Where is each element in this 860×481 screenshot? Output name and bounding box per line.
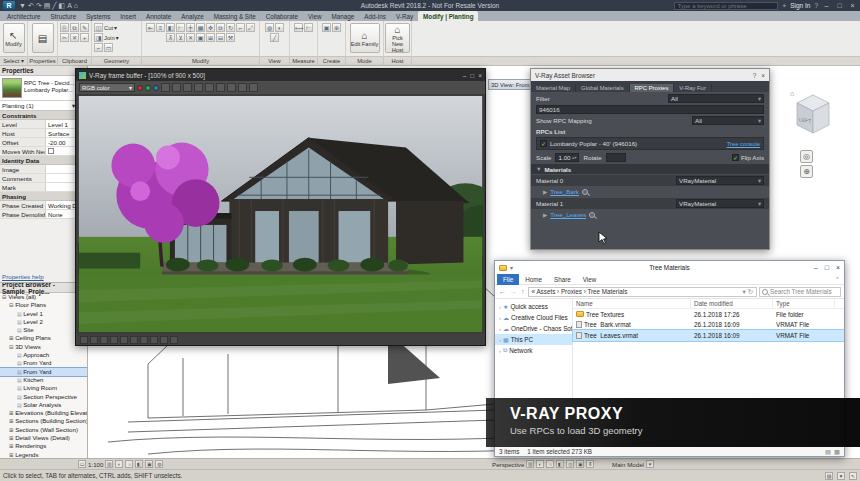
tree-item-elevations[interactable]: Elevations (Building Elevation) bbox=[0, 409, 87, 417]
blue-channel-icon[interactable] bbox=[153, 85, 159, 91]
pin-element-icon[interactable]: ⊼ bbox=[166, 33, 175, 42]
clear-image-icon[interactable] bbox=[172, 83, 181, 92]
join-geometry-button[interactable]: ◨Join▾ bbox=[93, 33, 140, 42]
column-date-modified[interactable]: Date modified bbox=[691, 299, 773, 308]
ribbon-expand-icon[interactable]: ⌃ bbox=[835, 276, 844, 283]
close-button[interactable]: × bbox=[848, 2, 857, 9]
tree-item-legends[interactable]: Legends bbox=[0, 451, 87, 458]
green-channel-icon[interactable] bbox=[145, 85, 151, 91]
tab-systems[interactable]: Systems bbox=[81, 11, 115, 21]
file-row-tree-textures[interactable]: Tree Textures 26.1.2018 17:26 File folde… bbox=[573, 309, 844, 320]
tab-manage[interactable]: Manage bbox=[326, 11, 359, 21]
help-icon[interactable]: ? bbox=[753, 72, 757, 79]
explorer-title-bar[interactable]: ▾ Tree Materials –□× bbox=[495, 261, 844, 274]
rotate-icon[interactable]: ↻ bbox=[226, 23, 235, 32]
delete-icon[interactable]: ✕ bbox=[70, 33, 79, 42]
rpc-enabled-checkbox[interactable]: ✓ bbox=[540, 140, 547, 147]
paste-icon[interactable]: ⎘ bbox=[60, 23, 69, 32]
pin-icon[interactable]: + bbox=[80, 33, 89, 42]
tree-bark-link[interactable]: Tree_Bark bbox=[550, 188, 579, 195]
demolish-icon[interactable]: ⚒ bbox=[226, 33, 235, 42]
tree-item-ceiling-plans[interactable]: Ceiling Plans bbox=[0, 334, 87, 342]
up-icon[interactable]: ↑ bbox=[520, 288, 526, 295]
expand-arrow-icon[interactable]: ▶ bbox=[543, 189, 547, 195]
pan-icon[interactable] bbox=[120, 336, 128, 344]
maximize-icon[interactable]: □ bbox=[470, 72, 474, 79]
tree-item-level-2[interactable]: Level 2 bbox=[0, 318, 87, 326]
tab-view[interactable]: View bbox=[303, 11, 327, 21]
join-icon[interactable]: ⊞ bbox=[206, 33, 215, 42]
wall-joins-icon[interactable]: ⊟ bbox=[216, 33, 225, 42]
beam-icon[interactable]: ⌐ bbox=[94, 43, 103, 52]
hide-icon[interactable]: ◍ bbox=[265, 23, 274, 32]
sidebar-quick-access[interactable]: ★Quick access bbox=[495, 301, 572, 312]
sidebar-onedrive[interactable]: ☁OneDrive - Chaos Software bbox=[495, 323, 572, 334]
tab-insert[interactable]: Insert bbox=[115, 11, 141, 21]
revit-logo-icon[interactable]: R bbox=[3, 1, 15, 10]
group-icon[interactable]: ▣ bbox=[196, 33, 205, 42]
tree-item-approach[interactable]: Approach bbox=[0, 351, 87, 359]
minimize-icon[interactable]: – bbox=[814, 264, 818, 271]
hide-elements-icon[interactable]: ◍ bbox=[155, 460, 163, 468]
preview-magnifier-icon[interactable] bbox=[589, 212, 595, 218]
create-similar-icon[interactable]: ⊕ bbox=[332, 23, 341, 32]
lock-view-icon[interactable]: ⊼ bbox=[586, 460, 594, 468]
tab-rpc-proxies[interactable]: RPC Proxies bbox=[630, 84, 675, 92]
tag-icon[interactable]: ◧ bbox=[59, 2, 66, 10]
tab-architecture[interactable]: Architecture bbox=[2, 11, 46, 21]
undo-icon[interactable]: ↶ bbox=[28, 2, 34, 10]
properties-button[interactable]: ▤ bbox=[32, 23, 54, 53]
maximize-icon[interactable]: □ bbox=[825, 264, 829, 271]
shadows-icon[interactable]: ◧ bbox=[135, 460, 143, 468]
asset-browser-title-bar[interactable]: V-Ray Asset Browser ?× bbox=[531, 69, 769, 81]
menu-home[interactable]: Home bbox=[519, 275, 548, 284]
show-corrections-icon[interactable] bbox=[150, 336, 158, 344]
visual-style-icon[interactable]: ◐ bbox=[536, 460, 544, 468]
copy-icon[interactable]: ⧉ bbox=[70, 23, 79, 32]
tree-item-kitchen[interactable]: Kitchen bbox=[0, 376, 87, 384]
binoculars-icon[interactable]: ⌖ bbox=[782, 2, 786, 10]
tree-item-from-yard-active[interactable]: From Yard bbox=[0, 368, 87, 376]
file-row-tree-bark[interactable]: Tree_Bark.vrmat 26.1.2018 16:09 VRMAT Fi… bbox=[573, 320, 844, 331]
tab-annotate[interactable]: Annotate bbox=[141, 11, 176, 21]
column-type[interactable]: Type bbox=[773, 299, 835, 308]
track-mouse-icon[interactable] bbox=[80, 336, 88, 344]
properties-help-link[interactable]: Properties help bbox=[2, 273, 44, 280]
tab-modify-planting[interactable]: Modify | Planting bbox=[418, 11, 478, 21]
offset-icon[interactable]: ≡ bbox=[156, 23, 165, 32]
menu-share[interactable]: Share bbox=[548, 275, 577, 284]
rpc-search-input[interactable] bbox=[536, 105, 764, 114]
align-icon[interactable]: ⇤ bbox=[146, 23, 155, 32]
redo-icon[interactable]: ↷ bbox=[36, 2, 42, 10]
tree-item-sections-building[interactable]: Sections (Building Section) bbox=[0, 417, 87, 425]
scale-icon[interactable]: ▭ bbox=[78, 460, 86, 468]
tab-collaborate[interactable]: Collaborate bbox=[261, 11, 303, 21]
show-stamp-icon[interactable] bbox=[160, 336, 168, 344]
scale-spinner[interactable]: 1.00▴▾ bbox=[555, 153, 579, 162]
rpc-list-row[interactable]: ✓ Lombardy Poplar - 40' (946016) Tree co… bbox=[536, 137, 764, 150]
visual-style-icon[interactable]: ◐ bbox=[115, 460, 123, 468]
materials-section-header[interactable]: ▼Materials bbox=[531, 164, 769, 174]
modify-button[interactable]: ↖ Modify bbox=[3, 23, 25, 53]
tree-item-solar-analysis[interactable]: Solar Analysis bbox=[0, 401, 87, 409]
pixel-info-icon[interactable] bbox=[100, 336, 108, 344]
sidebar-this-pc[interactable]: ▦This PC bbox=[495, 334, 572, 345]
override-icon[interactable]: ◐ bbox=[275, 23, 284, 32]
quick-access-chevron-icon[interactable]: ▾ bbox=[510, 264, 513, 271]
detail-level-icon[interactable]: ▥ bbox=[526, 460, 534, 468]
tab-material-map[interactable]: Material Map bbox=[531, 84, 576, 92]
render-icon[interactable]: ◎ bbox=[566, 460, 574, 468]
array-icon[interactable]: ▦ bbox=[196, 23, 205, 32]
help-icon[interactable]: ? bbox=[814, 2, 818, 9]
rotate-field[interactable] bbox=[606, 153, 626, 162]
save-icon[interactable]: ▼ bbox=[19, 2, 26, 9]
crop-view-icon[interactable]: ▣ bbox=[145, 460, 153, 468]
maximize-button[interactable]: □ bbox=[835, 2, 844, 9]
tab-vray-fur[interactable]: V-Ray Fur bbox=[674, 84, 712, 92]
dimension-icon[interactable]: ⊢ bbox=[304, 23, 313, 32]
sun-path-icon[interactable]: ☼ bbox=[125, 460, 133, 468]
mirror-icon[interactable]: ◧ bbox=[166, 23, 175, 32]
refresh-icon[interactable]: ↻ bbox=[748, 288, 753, 295]
match-type-icon[interactable]: ✎ bbox=[80, 23, 89, 32]
worksets-icon[interactable]: ▧ bbox=[825, 472, 833, 480]
